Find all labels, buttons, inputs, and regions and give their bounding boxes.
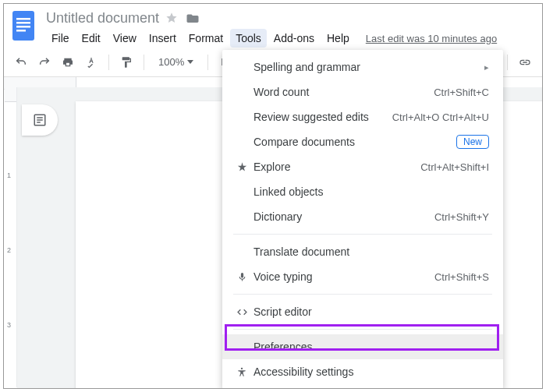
document-title[interactable]: Untitled document <box>46 10 159 26</box>
microphone-icon <box>232 271 252 283</box>
menu-item-dictionary[interactable]: DictionaryCtrl+Shift+Y <box>222 204 503 229</box>
menu-item-explore[interactable]: ExploreCtrl+Alt+Shift+I <box>222 154 503 179</box>
menu-item-script-editor[interactable]: Script editor <box>222 299 503 324</box>
last-edit-link[interactable]: Last edit was 10 minutes ago <box>366 33 497 44</box>
menu-item-spelling-grammar[interactable]: Spelling and grammar▸ <box>222 55 503 79</box>
menu-edit[interactable]: Edit <box>76 29 106 48</box>
print-icon[interactable] <box>58 53 77 72</box>
submenu-arrow-icon: ▸ <box>484 62 489 72</box>
svg-point-9 <box>241 367 243 369</box>
star-icon[interactable] <box>165 12 178 24</box>
menu-separator <box>233 329 492 330</box>
zoom-select[interactable]: 100% <box>152 56 200 68</box>
menu-item-preferences[interactable]: Preferences <box>222 334 503 359</box>
insert-link-icon[interactable] <box>516 53 534 72</box>
menu-view[interactable]: View <box>108 29 142 48</box>
folder-icon[interactable] <box>186 12 200 24</box>
menu-separator <box>233 234 492 235</box>
menu-addons[interactable]: Add-ons <box>268 29 320 48</box>
menubar: File Edit View Insert Format Tools Add-o… <box>46 29 534 48</box>
vertical-ruler: 1 2 3 <box>5 87 17 387</box>
menu-item-review-edits[interactable]: Review suggested editsCtrl+Alt+O Ctrl+Al… <box>222 104 503 129</box>
new-badge: New <box>456 135 489 149</box>
accessibility-icon <box>232 366 252 378</box>
menu-item-accessibility[interactable]: Accessibility settings <box>222 359 503 384</box>
menu-insert[interactable]: Insert <box>144 29 182 48</box>
menu-item-linked-objects[interactable]: Linked objects <box>222 179 503 204</box>
menu-item-voice-typing[interactable]: Voice typingCtrl+Shift+S <box>222 264 503 289</box>
tools-dropdown: Spelling and grammar▸ Word countCtrl+Shi… <box>222 50 503 389</box>
menu-file[interactable]: File <box>46 29 75 48</box>
menu-separator <box>233 294 492 295</box>
document-outline-button[interactable] <box>22 104 58 136</box>
menu-format[interactable]: Format <box>183 29 229 48</box>
svg-rect-3 <box>16 26 30 28</box>
redo-icon[interactable] <box>35 53 54 72</box>
script-editor-icon <box>232 307 252 317</box>
menu-help[interactable]: Help <box>321 29 355 48</box>
menu-tools[interactable]: Tools <box>230 29 267 48</box>
menu-item-translate[interactable]: Translate document <box>222 239 503 264</box>
paint-format-icon[interactable] <box>117 53 136 72</box>
svg-rect-1 <box>16 18 30 20</box>
svg-rect-2 <box>16 22 30 24</box>
menu-item-word-count[interactable]: Word countCtrl+Shift+C <box>222 79 503 104</box>
menu-item-compare-documents[interactable]: Compare documentsNew <box>222 129 503 154</box>
explore-icon <box>232 161 252 173</box>
undo-icon[interactable] <box>12 53 30 72</box>
docs-logo-icon[interactable] <box>12 10 40 44</box>
spellcheck-icon[interactable] <box>82 53 101 72</box>
svg-rect-4 <box>16 30 26 32</box>
